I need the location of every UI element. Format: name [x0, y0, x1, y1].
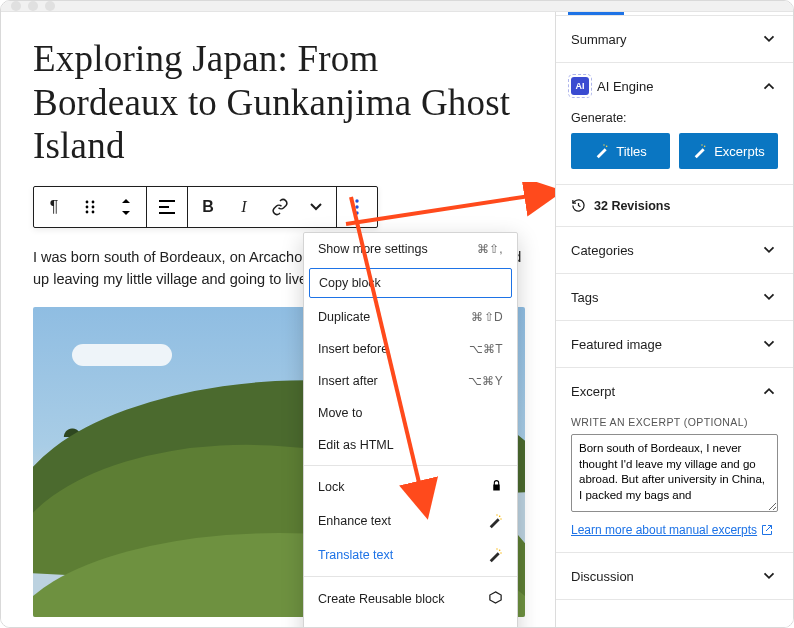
panel-categories: Categories	[556, 227, 793, 274]
move-up-down-icon[interactable]	[108, 189, 144, 225]
svg-point-17	[500, 552, 501, 553]
settings-sidebar: Summary AIAI Engine Generate: Titles Exc…	[555, 12, 793, 628]
history-icon	[571, 198, 586, 213]
svg-point-5	[92, 211, 95, 214]
menu-translate-text[interactable]: Translate text	[304, 538, 517, 572]
svg-point-15	[499, 550, 501, 552]
generate-excerpts-button[interactable]: Excerpts	[679, 133, 778, 169]
chevron-down-icon	[760, 567, 778, 585]
window-titlebar	[1, 1, 793, 12]
menu-create-reusable[interactable]: Create Reusable block	[304, 581, 517, 617]
svg-point-0	[86, 201, 89, 204]
menu-lock[interactable]: Lock	[304, 470, 517, 504]
svg-point-2	[86, 206, 89, 209]
svg-point-16	[496, 548, 497, 549]
wand-icon	[487, 513, 503, 529]
external-link-icon	[761, 524, 773, 536]
svg-point-11	[355, 211, 358, 214]
menu-insert-before[interactable]: Insert before⌥⌘T	[304, 333, 517, 365]
menu-edit-html[interactable]: Edit as HTML	[304, 429, 517, 461]
block-options-menu: Show more settings⌘⇧, Copy block Duplica…	[303, 232, 518, 628]
panel-excerpt: Excerpt WRITE AN EXCERPT (OPTIONAL) Lear…	[556, 368, 793, 553]
editor-area: Exploring Japan: From Bordeaux to Gunkan…	[1, 12, 555, 628]
traffic-light-min[interactable]	[28, 1, 38, 11]
svg-point-12	[499, 516, 501, 518]
excerpt-textarea[interactable]	[571, 434, 778, 512]
app-content: Exploring Japan: From Bordeaux to Gunkan…	[1, 12, 793, 628]
chevron-down-icon	[760, 241, 778, 259]
chevron-down-icon	[760, 335, 778, 353]
chevron-up-icon	[760, 77, 778, 95]
chevron-down-icon	[760, 288, 778, 306]
post-title[interactable]: Exploring Japan: From Bordeaux to Gunkan…	[33, 37, 525, 168]
menu-insert-after[interactable]: Insert after⌥⌘Y	[304, 365, 517, 397]
traffic-light-close[interactable]	[11, 1, 21, 11]
panel-tags: Tags	[556, 274, 793, 321]
wand-icon	[692, 143, 708, 159]
svg-rect-7	[159, 206, 169, 208]
bold-icon[interactable]: B	[190, 189, 226, 225]
chevron-up-icon	[760, 382, 778, 400]
svg-point-1	[92, 201, 95, 204]
traffic-light-max[interactable]	[45, 1, 55, 11]
panel-ai-engine: AIAI Engine Generate: Titles Excerpts	[556, 63, 793, 185]
svg-point-10	[355, 205, 358, 208]
wand-icon	[487, 547, 503, 563]
svg-rect-8	[159, 212, 175, 214]
align-icon[interactable]	[149, 189, 185, 225]
drag-handle-icon[interactable]	[72, 189, 108, 225]
wand-icon	[594, 143, 610, 159]
generate-label: Generate:	[571, 111, 778, 125]
revisions-row[interactable]: 32 Revisions	[556, 185, 793, 227]
lock-icon	[490, 479, 503, 495]
panel-featured-image: Featured image	[556, 321, 793, 368]
svg-point-4	[86, 211, 89, 214]
svg-rect-6	[159, 200, 175, 202]
excerpt-field-label: WRITE AN EXCERPT (OPTIONAL)	[571, 416, 778, 428]
svg-point-23	[702, 144, 703, 145]
chevron-down-icon	[760, 30, 778, 48]
svg-point-20	[606, 146, 608, 148]
browser-window: Exploring Japan: From Bordeaux to Gunkan…	[0, 0, 794, 628]
chevron-down-icon[interactable]	[298, 189, 334, 225]
italic-icon[interactable]: I	[226, 189, 262, 225]
paragraph-block-icon[interactable]: ¶	[36, 189, 72, 225]
menu-group[interactable]: Group	[304, 617, 517, 628]
svg-point-14	[500, 518, 501, 519]
menu-duplicate[interactable]: Duplicate⌘⇧D	[304, 301, 517, 333]
ai-engine-icon: AI	[571, 77, 589, 95]
menu-enhance-text[interactable]: Enhance text	[304, 504, 517, 538]
panel-summary: Summary	[556, 16, 793, 63]
svg-point-22	[704, 146, 706, 148]
menu-copy-block[interactable]: Copy block	[309, 268, 512, 298]
svg-point-21	[604, 144, 605, 145]
svg-point-3	[92, 206, 95, 209]
learn-more-link[interactable]: Learn more about manual excerpts	[571, 523, 773, 537]
svg-point-13	[496, 514, 497, 515]
menu-move-to[interactable]: Move to	[304, 397, 517, 429]
svg-point-9	[355, 199, 358, 202]
panel-discussion: Discussion	[556, 553, 793, 600]
block-toolbar: ¶ B I	[33, 186, 378, 228]
menu-show-more-settings[interactable]: Show more settings⌘⇧,	[304, 233, 517, 265]
generate-titles-button[interactable]: Titles	[571, 133, 670, 169]
link-icon[interactable]	[262, 189, 298, 225]
reusable-icon	[488, 590, 503, 608]
more-options-icon[interactable]	[339, 189, 375, 225]
